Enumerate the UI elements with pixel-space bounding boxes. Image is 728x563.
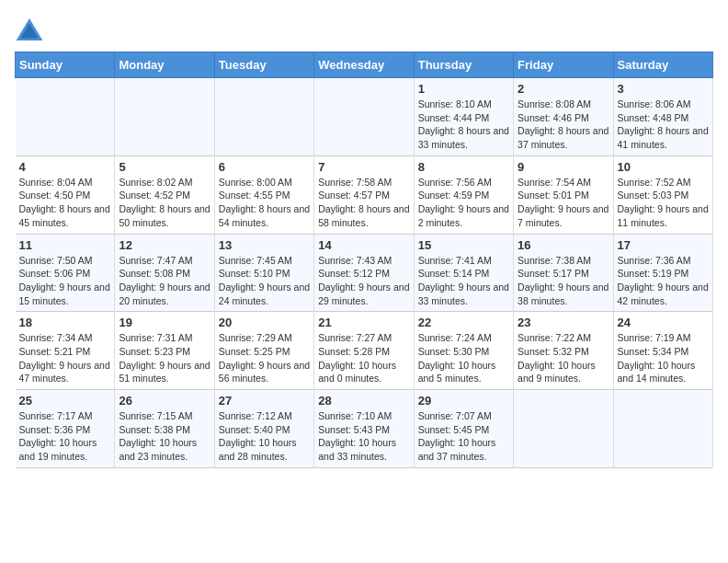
calendar-cell: 27Sunrise: 7:12 AM Sunset: 5:40 PM Dayli… [214, 390, 313, 468]
calendar-cell: 13Sunrise: 7:45 AM Sunset: 5:10 PM Dayli… [214, 234, 313, 312]
day-info: Sunrise: 7:45 AM Sunset: 5:10 PM Dayligh… [219, 254, 310, 308]
calendar-cell: 17Sunrise: 7:36 AM Sunset: 5:19 PM Dayli… [613, 234, 712, 312]
calendar-cell: 5Sunrise: 8:02 AM Sunset: 4:52 PM Daylig… [115, 155, 214, 234]
day-number: 5 [119, 160, 210, 174]
calendar-cell: 25Sunrise: 7:17 AM Sunset: 5:36 PM Dayli… [16, 390, 115, 468]
day-info: Sunrise: 7:17 AM Sunset: 5:36 PM Dayligh… [19, 409, 111, 464]
day-number: 10 [618, 160, 709, 174]
calendar-table: SundayMondayTuesdayWednesdayThursdayFrid… [15, 52, 713, 468]
logo [15, 15, 48, 44]
weekday-header-thursday: Thursday [414, 52, 513, 78]
calendar-cell: 4Sunrise: 8:04 AM Sunset: 4:50 PM Daylig… [16, 155, 115, 234]
calendar-cell: 12Sunrise: 7:47 AM Sunset: 5:08 PM Dayli… [115, 234, 214, 312]
calendar-cell: 3Sunrise: 8:06 AM Sunset: 4:48 PM Daylig… [613, 78, 712, 156]
calendar-cell: 18Sunrise: 7:34 AM Sunset: 5:21 PM Dayli… [16, 312, 115, 390]
day-number: 11 [19, 238, 111, 252]
calendar-cell: 8Sunrise: 7:56 AM Sunset: 4:59 PM Daylig… [414, 155, 513, 234]
calendar-row-3: 18Sunrise: 7:34 AM Sunset: 5:21 PM Dayli… [16, 312, 713, 390]
day-number: 17 [618, 238, 709, 252]
day-number: 12 [119, 238, 210, 252]
weekday-header-saturday: Saturday [613, 52, 712, 78]
day-info: Sunrise: 7:50 AM Sunset: 5:06 PM Dayligh… [19, 254, 111, 308]
day-info: Sunrise: 8:02 AM Sunset: 4:52 PM Dayligh… [119, 176, 210, 230]
calendar-cell [16, 78, 115, 156]
day-number: 16 [518, 238, 609, 252]
calendar-cell: 20Sunrise: 7:29 AM Sunset: 5:25 PM Dayli… [214, 312, 313, 390]
calendar-cell [214, 78, 313, 156]
day-info: Sunrise: 7:29 AM Sunset: 5:25 PM Dayligh… [219, 331, 310, 385]
day-number: 29 [418, 394, 509, 408]
calendar-cell: 28Sunrise: 7:10 AM Sunset: 5:43 PM Dayli… [314, 390, 414, 468]
day-number: 1 [418, 82, 509, 96]
calendar-cell: 10Sunrise: 7:52 AM Sunset: 5:03 PM Dayli… [613, 155, 712, 234]
day-info: Sunrise: 8:10 AM Sunset: 4:44 PM Dayligh… [418, 98, 509, 152]
day-number: 4 [19, 160, 111, 174]
calendar-cell: 2Sunrise: 8:08 AM Sunset: 4:46 PM Daylig… [514, 78, 613, 156]
day-info: Sunrise: 7:10 AM Sunset: 5:43 PM Dayligh… [318, 409, 409, 464]
weekday-header-sunday: Sunday [16, 52, 115, 78]
calendar-cell: 6Sunrise: 8:00 AM Sunset: 4:55 PM Daylig… [214, 155, 313, 234]
day-number: 2 [518, 82, 609, 96]
calendar-cell: 26Sunrise: 7:15 AM Sunset: 5:38 PM Dayli… [115, 390, 214, 468]
day-number: 23 [518, 316, 609, 329]
day-info: Sunrise: 7:24 AM Sunset: 5:30 PM Dayligh… [418, 331, 509, 385]
calendar-cell: 22Sunrise: 7:24 AM Sunset: 5:30 PM Dayli… [414, 312, 513, 390]
day-info: Sunrise: 8:06 AM Sunset: 4:48 PM Dayligh… [618, 98, 709, 152]
calendar-cell: 19Sunrise: 7:31 AM Sunset: 5:23 PM Dayli… [115, 312, 214, 390]
day-info: Sunrise: 7:34 AM Sunset: 5:21 PM Dayligh… [19, 331, 111, 385]
day-info: Sunrise: 7:19 AM Sunset: 5:34 PM Dayligh… [618, 331, 709, 385]
logo-icon [15, 15, 44, 44]
calendar-row-1: 4Sunrise: 8:04 AM Sunset: 4:50 PM Daylig… [16, 155, 713, 234]
calendar-row-4: 25Sunrise: 7:17 AM Sunset: 5:36 PM Dayli… [16, 390, 713, 468]
day-info: Sunrise: 7:58 AM Sunset: 4:57 PM Dayligh… [318, 176, 409, 230]
day-number: 9 [518, 160, 609, 174]
day-info: Sunrise: 8:04 AM Sunset: 4:50 PM Dayligh… [19, 176, 111, 230]
day-number: 20 [219, 316, 310, 329]
day-info: Sunrise: 7:07 AM Sunset: 5:45 PM Dayligh… [418, 409, 509, 464]
day-info: Sunrise: 7:22 AM Sunset: 5:32 PM Dayligh… [518, 331, 609, 385]
day-info: Sunrise: 7:41 AM Sunset: 5:14 PM Dayligh… [418, 254, 509, 308]
calendar-cell: 23Sunrise: 7:22 AM Sunset: 5:32 PM Dayli… [514, 312, 613, 390]
day-number: 19 [119, 316, 210, 329]
day-info: Sunrise: 7:43 AM Sunset: 5:12 PM Dayligh… [318, 254, 409, 308]
day-info: Sunrise: 8:00 AM Sunset: 4:55 PM Dayligh… [219, 176, 310, 230]
calendar-cell [314, 78, 414, 156]
day-info: Sunrise: 7:52 AM Sunset: 5:03 PM Dayligh… [618, 176, 709, 230]
day-number: 8 [418, 160, 509, 174]
day-info: Sunrise: 7:54 AM Sunset: 5:01 PM Dayligh… [518, 176, 609, 230]
header [15, 15, 713, 44]
day-number: 18 [19, 316, 111, 329]
day-info: Sunrise: 7:15 AM Sunset: 5:38 PM Dayligh… [119, 409, 210, 464]
day-info: Sunrise: 7:27 AM Sunset: 5:28 PM Dayligh… [318, 331, 409, 385]
day-info: Sunrise: 7:38 AM Sunset: 5:17 PM Dayligh… [518, 254, 609, 308]
day-number: 28 [318, 394, 409, 408]
day-number: 15 [418, 238, 509, 252]
calendar-row-0: 1Sunrise: 8:10 AM Sunset: 4:44 PM Daylig… [16, 78, 713, 156]
calendar-cell: 16Sunrise: 7:38 AM Sunset: 5:17 PM Dayli… [514, 234, 613, 312]
header-row: SundayMondayTuesdayWednesdayThursdayFrid… [16, 52, 713, 78]
weekday-header-tuesday: Tuesday [214, 52, 313, 78]
day-info: Sunrise: 7:31 AM Sunset: 5:23 PM Dayligh… [119, 331, 210, 385]
calendar-cell [514, 390, 613, 468]
calendar-cell: 29Sunrise: 7:07 AM Sunset: 5:45 PM Dayli… [414, 390, 513, 468]
weekday-header-monday: Monday [115, 52, 214, 78]
calendar-cell: 7Sunrise: 7:58 AM Sunset: 4:57 PM Daylig… [314, 155, 414, 234]
calendar-row-2: 11Sunrise: 7:50 AM Sunset: 5:06 PM Dayli… [16, 234, 713, 312]
calendar-cell: 24Sunrise: 7:19 AM Sunset: 5:34 PM Dayli… [613, 312, 712, 390]
day-number: 26 [119, 394, 210, 408]
day-number: 27 [219, 394, 310, 408]
day-number: 6 [219, 160, 310, 174]
calendar-cell: 15Sunrise: 7:41 AM Sunset: 5:14 PM Dayli… [414, 234, 513, 312]
day-number: 24 [618, 316, 709, 329]
calendar-cell: 21Sunrise: 7:27 AM Sunset: 5:28 PM Dayli… [314, 312, 414, 390]
weekday-header-friday: Friday [514, 52, 613, 78]
day-info: Sunrise: 8:08 AM Sunset: 4:46 PM Dayligh… [518, 98, 609, 152]
calendar-cell: 14Sunrise: 7:43 AM Sunset: 5:12 PM Dayli… [314, 234, 414, 312]
day-number: 7 [318, 160, 409, 174]
calendar-cell [613, 390, 712, 468]
day-number: 3 [618, 82, 709, 96]
day-number: 22 [418, 316, 509, 329]
calendar-cell [115, 78, 214, 156]
calendar-cell: 9Sunrise: 7:54 AM Sunset: 5:01 PM Daylig… [514, 155, 613, 234]
day-number: 14 [318, 238, 409, 252]
